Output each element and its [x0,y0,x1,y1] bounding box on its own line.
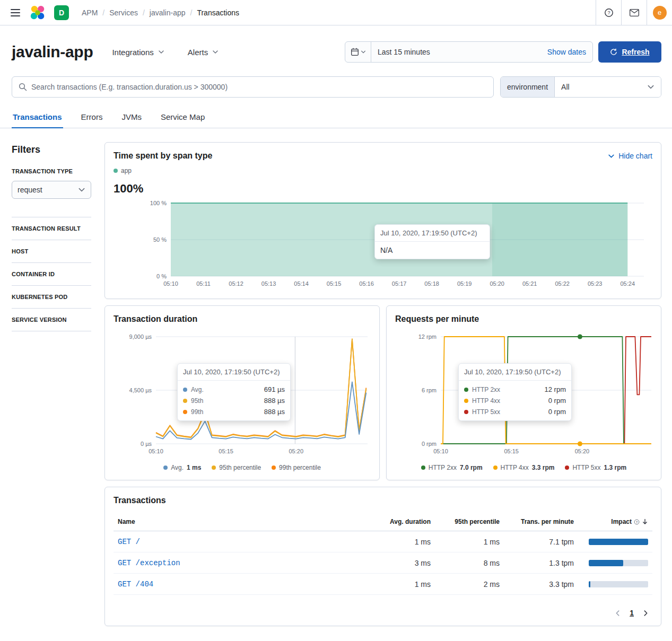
filter-section-container-id[interactable]: CONTAINER ID [12,262,91,285]
deployment-badge[interactable]: D [54,5,69,20]
column-header-95th-percentile[interactable]: 95th percentile [435,513,504,531]
cell-trans-per-minute: 7.1 tpm [504,531,578,552]
table-row: GET /404 1 ms 2 ms 3.3 tpm [114,574,652,595]
column-header-name[interactable]: Name [114,513,371,531]
requests-per-minute-chart[interactable]: 0 rpm6 rpm12 rpm05:1005:1505:20 Jul 10, … [395,331,652,458]
legend-dot [114,169,118,173]
help-button[interactable]: ? [596,0,621,25]
column-header-trans-per-minute[interactable]: Trans. per minute [504,513,578,531]
svg-text:9,000 µs: 9,000 µs [129,333,152,340]
svg-text:05:16: 05:16 [359,280,374,287]
filter-section-host[interactable]: HOST [12,240,91,262]
date-quick-select-button[interactable] [345,42,371,62]
svg-text:05:20: 05:20 [575,448,590,454]
tab-transactions[interactable]: Transactions [12,106,63,128]
date-picker: Last 15 minutes Show dates [345,41,593,63]
cell-95th-percentile: 1 ms [435,531,504,552]
menu-hamburger-button[interactable] [5,0,25,25]
transaction-link[interactable]: GET /404 [118,580,153,589]
svg-text:05:19: 05:19 [457,280,472,287]
cell-trans-per-minute: 3.3 tpm [504,574,578,595]
breadcrumb-item-apm[interactable]: APM [82,8,98,17]
transactions-table: Name Avg. duration 95th percentile Trans… [114,513,652,595]
table-row: GET /exception 3 ms 8 ms 1.3 tpm [114,552,652,574]
environment-label: environment [501,77,555,97]
transaction-link[interactable]: GET / [118,538,140,546]
panel-title: Transactions [114,496,652,505]
topbar-left: D APM Services javalin-app Transactions [0,0,239,25]
chart-legend: HTTP 2xx 7.0 rpm HTTP 4xx 3.3 rpm HTTP 5… [395,464,652,471]
elastic-logo[interactable] [25,0,50,25]
content: Filters TRANSACTION TYPE request TRANSAC… [0,128,672,639]
breadcrumb-item-current: Transactions [197,8,239,17]
cell-trans-per-minute: 1.3 tpm [504,552,578,574]
filter-sections: TRANSACTION RESULT HOST CONTAINER ID KUB… [12,217,91,331]
svg-text:05:11: 05:11 [196,280,211,287]
breadcrumb-separator [143,8,145,17]
transaction-type-select[interactable]: request [12,181,91,199]
transactions-table-panel: Transactions Name Avg. duration 95th per… [104,487,661,626]
transaction-link[interactable]: GET /exception [118,559,180,567]
column-header-impact[interactable]: Impact ? [578,513,652,531]
panel-title: Time spent by span type [114,151,212,161]
newsfeed-button[interactable] [621,0,647,25]
breadcrumb-item-services[interactable]: Services [109,8,138,17]
legend-dot [493,466,498,470]
page-title: javalin-app [12,43,93,61]
svg-text:05:10: 05:10 [149,448,163,454]
tab-service-map[interactable]: Service Map [160,106,206,128]
svg-text:05:10: 05:10 [163,280,178,287]
breadcrumb-item-service[interactable]: javalin-app [150,8,186,17]
filter-section-service-version[interactable]: SERVICE VERSION [12,308,91,331]
tab-bar: Transactions Errors JVMs Service Map [0,106,672,128]
svg-text:6 rpm: 6 rpm [422,387,437,393]
search-input[interactable] [31,83,487,91]
environment-select[interactable]: All [555,77,661,97]
span-type-chart[interactable]: 0 %50 %100 %05:1005:1105:1205:1305:1405:… [114,199,652,290]
filters-title: Filters [12,144,91,155]
legend-item-95th[interactable]: 95th percentile [212,464,261,471]
page-1-button[interactable]: 1 [630,609,634,617]
filter-section-kubernetes-pod[interactable]: KUBERNETES POD [12,285,91,308]
cell-impact [578,552,652,574]
svg-text:4,500 µs: 4,500 µs [129,387,152,393]
search-box [12,76,494,98]
transaction-type-label: TRANSACTION TYPE [12,168,91,174]
hamburger-icon [11,9,20,16]
legend-item-http-2xx[interactable]: HTTP 2xx 7.0 rpm [421,464,483,471]
refresh-button[interactable]: Refresh [598,41,661,63]
chevron-down-icon [158,49,164,55]
tab-jvms[interactable]: JVMs [120,106,143,128]
impact-bar-fill [589,560,623,566]
alerts-menu[interactable]: Alerts [188,48,219,57]
legend-item-http-4xx[interactable]: HTTP 4xx 3.3 rpm [493,464,555,471]
chevron-down-icon [608,153,615,160]
svg-text:05:15: 05:15 [219,448,233,454]
legend-dot [163,466,168,470]
svg-text:05:10: 05:10 [433,448,448,454]
svg-text:?: ? [636,520,638,523]
filter-section-transaction-result[interactable]: TRANSACTION RESULT [12,217,91,240]
integrations-label: Integrations [112,48,153,57]
legend-item-avg[interactable]: Avg. 1 ms [163,464,201,471]
next-page-button[interactable] [642,610,649,617]
show-dates-button[interactable]: Show dates [541,42,592,62]
cell-avg-duration: 1 ms [371,574,435,595]
transaction-duration-chart[interactable]: 0 µs4,500 µs9,000 µs05:1005:1505:20 Jul … [114,331,371,458]
calendar-icon [351,48,359,56]
legend-item-app[interactable]: app [114,167,132,174]
time-range-display[interactable]: Last 15 minutes [371,42,541,62]
header-menu: Integrations Alerts [112,48,219,57]
chevron-down-icon [361,49,366,55]
legend-item-99th[interactable]: 99th percentile [272,464,321,471]
previous-page-button[interactable] [614,610,621,617]
integrations-menu[interactable]: Integrations [112,48,164,57]
hide-chart-button[interactable]: Hide chart [608,152,652,160]
svg-text:05:23: 05:23 [588,280,603,287]
svg-text:0 %: 0 % [156,273,167,279]
elastic-logo-icon [30,5,45,20]
tab-errors[interactable]: Errors [80,106,104,128]
legend-item-http-5xx[interactable]: HTTP 5xx 1.3 rpm [565,464,626,471]
user-menu-button[interactable]: e [647,0,672,25]
column-header-avg-duration[interactable]: Avg. duration [371,513,435,531]
